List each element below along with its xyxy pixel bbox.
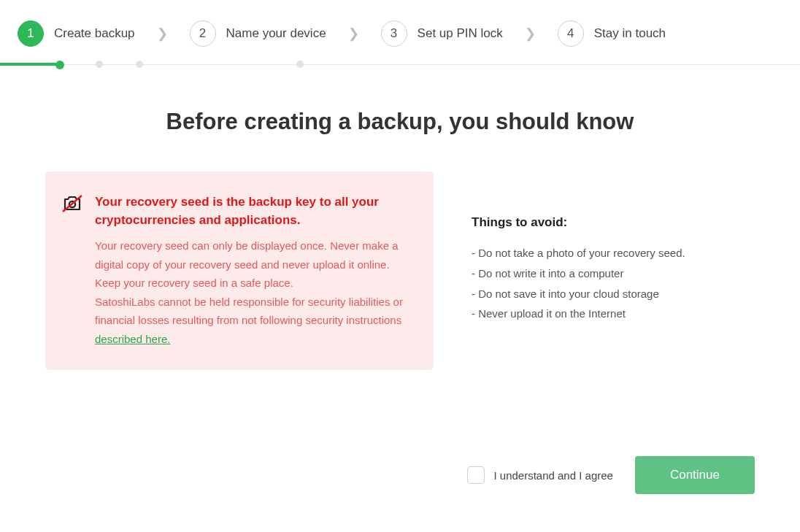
step-label: Name your device [226, 26, 326, 41]
step-label: Set up PIN lock [418, 26, 503, 41]
progress-dot [96, 61, 103, 68]
progress-dot [296, 61, 304, 68]
agree-checkbox-wrap[interactable]: I understand and I agree [467, 466, 612, 484]
content-area: Your recovery seed is the backup key to … [0, 171, 800, 370]
warning-text: Your recovery seed is the backup key to … [95, 193, 415, 348]
step-3[interactable]: 3 Set up PIN lock [381, 20, 503, 47]
progress-dot [136, 61, 143, 68]
step-number: 4 [558, 20, 584, 47]
step-4[interactable]: 4 Stay in touch [558, 20, 666, 47]
progress-fill [0, 63, 57, 66]
step-1[interactable]: 1 Create backup [18, 20, 135, 47]
warning-body: Your recovery seed can only be displayed… [95, 236, 415, 348]
avoid-title: Things to avoid: [472, 215, 685, 230]
avoid-item: - Do not take a photo of your recovery s… [472, 243, 685, 263]
chevron-right-icon: ❯ [525, 27, 536, 40]
described-here-link[interactable]: described here. [95, 333, 170, 345]
avoid-item: - Never upload it on the Internet [472, 304, 685, 324]
step-number: 3 [381, 20, 407, 47]
progress-bar [0, 64, 800, 65]
step-label: Create backup [54, 26, 135, 41]
no-photo-icon [61, 193, 83, 348]
step-number: 1 [18, 20, 44, 47]
avoid-list: - Do not take a photo of your recovery s… [472, 243, 685, 324]
things-to-avoid: Things to avoid: - Do not take a photo o… [472, 171, 685, 370]
step-label: Stay in touch [594, 26, 666, 41]
wizard-stepper: 1 Create backup ❯ 2 Name your device ❯ 3… [0, 0, 800, 60]
warning-body-line2: SatoshiLabs cannot be held responsible f… [95, 296, 403, 327]
step-2[interactable]: 2 Name your device [190, 20, 326, 47]
avoid-item: - Do not save it into your cloud storage [472, 284, 685, 304]
warning-box: Your recovery seed is the backup key to … [45, 171, 434, 370]
agree-label: I understand and I agree [493, 469, 612, 482]
progress-dot-active [55, 61, 64, 69]
chevron-right-icon: ❯ [348, 27, 359, 40]
chevron-right-icon: ❯ [157, 27, 168, 40]
avoid-item: - Do not write it into a computer [472, 263, 685, 284]
agree-checkbox[interactable] [467, 466, 485, 484]
step-number: 2 [190, 20, 216, 47]
footer-actions: I understand and I agree Continue [467, 456, 755, 494]
warning-title: Your recovery seed is the backup key to … [95, 193, 415, 229]
continue-button[interactable]: Continue [635, 456, 755, 494]
page-title: Before creating a backup, you should kno… [0, 109, 800, 135]
warning-body-line1: Your recovery seed can only be displayed… [95, 239, 399, 289]
